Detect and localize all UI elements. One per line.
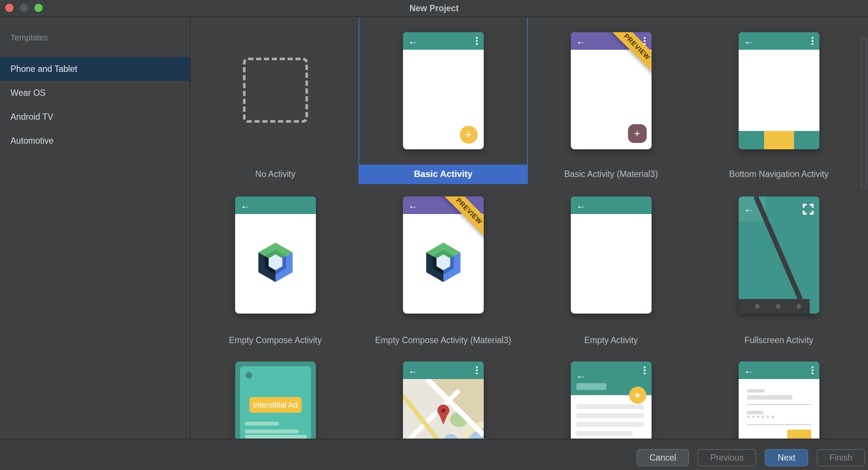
cancel-button[interactable]: Cancel <box>637 449 689 466</box>
back-arrow-icon: ← <box>240 200 250 210</box>
field-underline <box>747 404 811 405</box>
template-label: Basic Activity (Material3) <box>527 165 695 183</box>
template-card-basic-activity[interactable]: ← + Basic Activity <box>359 17 527 183</box>
app-bar: ← <box>571 196 652 214</box>
back-arrow-icon: ← <box>576 200 586 210</box>
template-card-empty-compose-activity-material3[interactable]: ← PREVIEW Empty Compose Activity (Materi… <box>359 183 527 350</box>
wizard-buttons: Cancel Previous Next Finish <box>637 449 865 466</box>
phone-preview: ← ★ <box>571 361 652 439</box>
back-arrow-icon: ← <box>408 36 418 46</box>
text-placeholder-line <box>245 435 307 439</box>
template-label: Empty Compose Activity <box>191 331 359 350</box>
text-placeholder-line <box>576 431 632 436</box>
back-arrow-icon: ← <box>576 370 586 381</box>
nav-segment <box>794 131 819 149</box>
phone-preview: ← <box>403 361 484 439</box>
bottom-nav-bar <box>739 131 819 149</box>
phone-preview: ← <box>235 196 316 314</box>
interstitial-ad-badge: Interstitial Ad <box>249 397 302 413</box>
dialog-title: New Project <box>0 0 868 16</box>
field-underline <box>747 424 811 425</box>
fab-plus-icon: + <box>460 126 478 144</box>
template-label: Empty Activity <box>527 331 695 350</box>
phone-preview: ← PREVIEW <box>403 196 484 314</box>
nav-segment <box>739 131 764 149</box>
sidebar-header: Templates <box>10 33 190 43</box>
back-arrow-icon: ← <box>408 200 418 210</box>
template-card-no-activity[interactable]: No Activity <box>191 17 359 183</box>
template-card-maps-activity[interactable]: ← <box>359 350 527 439</box>
kebab-menu-icon <box>476 37 478 39</box>
template-label: Bottom Navigation Activity <box>695 165 863 183</box>
back-arrow-icon: ← <box>744 365 754 375</box>
diagonal-stripe <box>753 196 808 314</box>
phone-preview: ← + <box>403 32 484 149</box>
input-placeholder <box>747 395 792 400</box>
nav-segment-selected <box>764 131 794 149</box>
template-label: Empty Compose Activity (Material3) <box>359 331 527 350</box>
kebab-menu-icon <box>476 366 478 368</box>
text-placeholder-line <box>576 422 644 427</box>
sign-in-button-placeholder <box>787 430 811 439</box>
phone-preview: ← <box>739 196 819 314</box>
template-gallery: No Activity ← + Basic Activity ← PREVIEW <box>191 17 868 439</box>
templates-sidebar: Templates Phone and Tablet Wear OS Andro… <box>0 17 191 439</box>
text-placeholder-line <box>576 404 644 409</box>
kebab-menu-icon <box>812 37 813 39</box>
template-grid: No Activity ← + Basic Activity ← PREVIEW <box>191 17 868 439</box>
text-placeholder-line <box>245 430 299 433</box>
app-bar: ← <box>403 361 484 379</box>
vertical-scrollbar[interactable] <box>861 38 867 189</box>
app-bar: ← <box>739 32 819 50</box>
sidebar-item-phone-and-tablet[interactable]: Phone and Tablet <box>0 57 190 81</box>
phone-preview: ← ●●●●●● <box>739 361 819 439</box>
template-label: Basic Activity <box>359 165 527 183</box>
template-card-fullscreen-activity[interactable]: ← Fullscreen Activity <box>695 183 863 350</box>
template-label: Fullscreen Activity <box>695 331 863 350</box>
finish-button[interactable]: Finish <box>817 449 865 466</box>
fab-plus-icon: + <box>628 124 647 143</box>
map-graphic <box>403 379 484 439</box>
kebab-menu-icon <box>812 366 813 368</box>
back-arrow-icon: ← <box>408 365 418 375</box>
template-card-scrolling-activity[interactable]: ← ★ <box>527 350 695 439</box>
template-label: No Activity <box>191 165 359 183</box>
phone-preview: ← <box>571 196 652 314</box>
kebab-menu-icon <box>644 366 646 368</box>
sidebar-item-automotive[interactable]: Automotive <box>0 129 190 153</box>
compose-logo-icon <box>426 242 461 282</box>
template-card-basic-activity-material3[interactable]: ← PREVIEW + Basic Activity (Material3) <box>527 17 695 183</box>
title-bar: New Project <box>0 0 868 17</box>
phone-preview: ← PREVIEW + <box>571 32 652 149</box>
back-arrow-icon: ← <box>744 36 754 46</box>
phone-preview: Interstitial Ad <box>235 361 316 439</box>
template-card-bottom-navigation-activity[interactable]: ← Bottom Navigation Activity <box>695 17 863 183</box>
dialog-footer: Cancel Previous Next Finish <box>0 439 868 470</box>
phone-preview: ← <box>739 32 819 149</box>
text-placeholder-line <box>576 413 644 418</box>
template-card-ad-activity[interactable]: Interstitial Ad <box>191 350 359 439</box>
password-dots: ●●●●●● <box>747 413 776 419</box>
app-bar: ← <box>739 361 819 379</box>
ad-screen: Interstitial Ad <box>240 366 311 439</box>
template-card-login-activity[interactable]: ← ●●●●●● <box>695 350 863 439</box>
next-button[interactable]: Next <box>765 449 808 466</box>
template-card-empty-compose-activity[interactable]: ← Empty Compose Activity <box>191 183 359 350</box>
template-card-empty-activity[interactable]: ← Empty Activity <box>527 183 695 350</box>
fullscreen-icon <box>802 203 814 215</box>
camera-dot-icon <box>246 372 252 379</box>
text-placeholder-line <box>245 422 279 425</box>
back-arrow-icon: ← <box>744 204 754 214</box>
compose-logo-icon <box>258 242 293 282</box>
app-bar: ← <box>235 196 316 214</box>
sidebar-item-android-tv[interactable]: Android TV <box>0 105 190 129</box>
fab-star-icon: ★ <box>629 387 646 404</box>
app-bar: ← <box>403 32 484 50</box>
previous-button[interactable]: Previous <box>698 449 756 466</box>
field-label-placeholder <box>747 389 765 393</box>
sidebar-item-wear-os[interactable]: Wear OS <box>0 81 190 105</box>
no-activity-placeholder-icon <box>243 58 308 123</box>
kebab-menu-icon <box>644 37 646 39</box>
title-placeholder <box>576 383 606 390</box>
back-arrow-icon: ← <box>576 36 586 46</box>
